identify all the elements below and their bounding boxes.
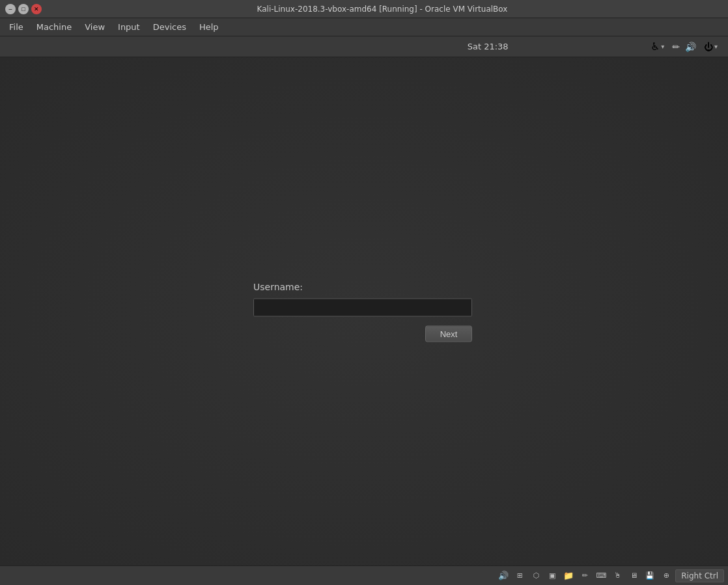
- folder-icon[interactable]: 📁: [561, 569, 576, 583]
- next-button[interactable]: Next: [425, 325, 472, 342]
- power-button[interactable]: ⏻ ▾: [701, 40, 720, 53]
- window-title: Kali-Linux-2018.3-vbox-amd64 [Running] -…: [42, 5, 723, 14]
- monitor-icon[interactable]: 🖥: [626, 569, 641, 583]
- menu-bar: File Machine View Input Devices Help: [0, 18, 728, 36]
- menu-view[interactable]: View: [78, 20, 111, 34]
- menu-file[interactable]: File: [3, 20, 30, 34]
- vm-icon[interactable]: ⊕: [659, 569, 673, 583]
- power-chevron: ▾: [714, 43, 718, 50]
- audio-icon[interactable]: 🔊: [496, 569, 511, 583]
- title-bar: – □ ✕ Kali-Linux-2018.3-vbox-amd64 [Runn…: [0, 0, 728, 18]
- accessibility-icon: ♿: [651, 40, 660, 53]
- window-controls: – □ ✕: [5, 4, 42, 14]
- mouse-icon[interactable]: 🖱: [610, 569, 624, 583]
- volume-icon[interactable]: 🔊: [685, 42, 696, 52]
- taskbar: 🔊 ⊞ ⬡ ▣ 📁 ✏ ⌨ 🖱 🖥 💾 ⊕ Right Ctrl: [0, 565, 728, 585]
- taskbar-right: 🔊 ⊞ ⬡ ▣ 📁 ✏ ⌨ 🖱 🖥 💾 ⊕ Right Ctrl: [496, 569, 724, 583]
- usb-icon[interactable]: ⬡: [529, 569, 543, 583]
- keyboard-icon[interactable]: ⌨: [594, 569, 608, 583]
- menu-machine[interactable]: Machine: [30, 20, 78, 34]
- maximize-button[interactable]: □: [18, 4, 29, 14]
- display-icon[interactable]: ▣: [545, 569, 559, 583]
- next-button-row: Next: [253, 325, 472, 342]
- menu-input[interactable]: Input: [111, 20, 147, 34]
- edit-icon[interactable]: ✏: [578, 569, 592, 583]
- minimize-button[interactable]: –: [5, 4, 16, 14]
- menu-help[interactable]: Help: [193, 20, 225, 34]
- storage-icon[interactable]: 💾: [643, 569, 657, 583]
- accessibility-chevron: ▾: [661, 43, 664, 50]
- accessibility-button[interactable]: ♿ ▾: [648, 39, 667, 54]
- login-dialog: Username: Next: [253, 281, 475, 342]
- username-label: Username:: [253, 281, 303, 292]
- network-icon[interactable]: ⊞: [512, 569, 527, 583]
- vm-screen[interactable]: Username: Next: [0, 57, 728, 565]
- top-status-bar: Sat 21:38 ♿ ▾ ✏ 🔊 ⏻ ▾: [0, 36, 728, 57]
- menu-devices[interactable]: Devices: [147, 20, 193, 34]
- close-button[interactable]: ✕: [31, 4, 42, 14]
- status-right-icons: ♿ ▾ ✏ 🔊 ⏻ ▾: [648, 39, 720, 54]
- right-ctrl-label: Right Ctrl: [675, 569, 724, 582]
- username-input[interactable]: [253, 298, 472, 316]
- power-icon: ⏻: [704, 42, 713, 52]
- clock-display: Sat 21:38: [328, 42, 647, 51]
- pen-icon[interactable]: ✏: [672, 42, 680, 52]
